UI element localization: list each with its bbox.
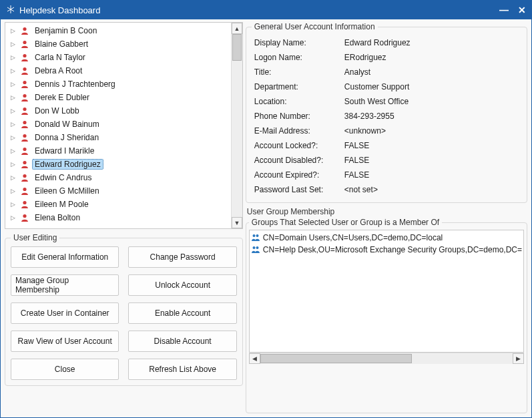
user-list-item[interactable]: ▷Don W Lobb (5, 104, 231, 118)
group-list-hscroll[interactable]: ◀ ▶ (249, 353, 524, 364)
close-button[interactable]: Close (11, 359, 119, 380)
expand-icon[interactable]: ▷ (11, 148, 17, 154)
user-list-item[interactable]: ▷Edwin C Andrus (5, 171, 231, 184)
info-row: Display Name:Edward Rodriguez (252, 35, 521, 50)
group-dn: CN=Help Desk,OU=Microsoft Exchange Secur… (263, 245, 522, 254)
user-name: Eileen M Poole (32, 199, 91, 210)
user-list-item[interactable]: ▷Dennis J Trachtenberg (5, 77, 231, 91)
user-list[interactable]: ▷Benjamin B Coon▷Blaine Gabbert▷Carla N … (5, 23, 231, 228)
group-icon (251, 244, 260, 256)
minimize-button[interactable]: — (499, 5, 509, 15)
info-value: 384-293-2955 (344, 112, 519, 121)
user-list-item[interactable]: ▷Edward Rodriguez (5, 158, 231, 171)
user-list-item[interactable]: ▷Blaine Gabbert (5, 37, 231, 51)
info-row: Password Last Set:<not set> (252, 182, 521, 197)
svg-point-12 (23, 108, 26, 111)
user-icon (20, 26, 29, 35)
svg-point-14 (23, 134, 26, 138)
user-list-item[interactable]: ▷Donald W Bainum (5, 118, 231, 131)
edit-general-information-button[interactable]: Edit General Information (11, 246, 119, 268)
expand-icon[interactable]: ▷ (11, 214, 17, 221)
scroll-up-button[interactable]: ▲ (232, 23, 242, 34)
info-label: Password Last Set: (254, 185, 344, 194)
group-list-item[interactable]: CN=Help Desk,OU=Microsoft Exchange Secur… (251, 244, 522, 256)
user-list-item[interactable]: ▷Carla N Taylor (5, 51, 231, 64)
svg-point-16 (23, 161, 26, 164)
user-list-item[interactable]: ▷Donna J Sheridan (5, 131, 231, 144)
raw-view-of-user-account-button[interactable]: Raw View of User Account (11, 331, 119, 352)
user-icon (20, 146, 29, 156)
scroll-thumb[interactable] (232, 34, 242, 61)
hscroll-thumb[interactable] (260, 354, 412, 363)
expand-icon[interactable]: ▷ (11, 81, 17, 87)
hscroll-right-button[interactable]: ▶ (513, 353, 524, 364)
user-list-scrollbar[interactable]: ▲ ▼ (231, 23, 242, 228)
svg-line-4 (7, 9, 11, 11)
scroll-track[interactable] (232, 34, 242, 217)
info-row: E-Mail Address:<unknown> (252, 124, 521, 138)
app-window: Helpdesk Dashboard — ✕ ▷Benjamin B Coon▷… (0, 0, 532, 418)
change-password-button[interactable]: Change Password (128, 246, 236, 268)
svg-point-21 (252, 234, 255, 237)
expand-icon[interactable]: ▷ (11, 201, 17, 208)
expand-icon[interactable]: ▷ (11, 108, 17, 114)
user-icon (20, 39, 29, 49)
user-name: Don W Lobb (32, 106, 82, 116)
info-row: Logon Name:ERodriguez (252, 50, 521, 65)
expand-icon[interactable]: ▷ (11, 134, 17, 141)
expand-icon[interactable]: ▷ (11, 121, 17, 128)
expand-icon[interactable]: ▷ (11, 67, 17, 74)
svg-line-1 (11, 7, 14, 9)
expand-icon[interactable]: ▷ (11, 174, 17, 181)
group-list-item[interactable]: CN=Domain Users,CN=Users,DC=demo,DC=loca… (251, 232, 522, 244)
info-row: Department:Customer Support (252, 79, 521, 94)
expand-icon[interactable]: ▷ (11, 41, 17, 47)
user-name: Blaine Gabbert (32, 39, 91, 49)
scroll-down-button[interactable]: ▼ (232, 217, 242, 228)
info-label: Account Locked?: (254, 141, 344, 150)
user-list-item[interactable]: ▷Debra A Root (5, 64, 231, 77)
user-name: Derek E Dubler (32, 92, 92, 103)
enable-account-button[interactable]: Enable Account (128, 302, 236, 324)
create-user-in-container-button[interactable]: Create User in Container (11, 302, 119, 324)
expand-icon[interactable]: ▷ (11, 54, 17, 61)
user-list-item[interactable]: ▷Derek E Dubler (5, 91, 231, 104)
user-name: Elena Bolton (32, 212, 83, 223)
user-list-item[interactable]: ▷Eileen G McMillen (5, 184, 231, 198)
user-list-item[interactable]: ▷Elena Bolton (5, 211, 231, 224)
svg-point-24 (256, 246, 258, 249)
user-list-panel: ▷Benjamin B Coon▷Blaine Gabbert▷Carla N … (5, 22, 243, 229)
group-list[interactable]: CN=Domain Users,CN=Users,DC=demo,DC=loca… (249, 230, 524, 353)
expand-icon[interactable]: ▷ (11, 161, 17, 168)
user-list-item[interactable]: ▷Benjamin B Coon (5, 24, 231, 37)
general-info-group: General User Account Information Display… (246, 22, 527, 203)
user-name: Edward Rodriguez (32, 159, 103, 170)
user-list-item[interactable]: ▷Edward I Marikle (5, 144, 231, 158)
user-editing-legend: User Editing (11, 233, 59, 242)
group-icon (251, 232, 260, 244)
info-value: Customer Support (344, 82, 519, 91)
user-list-item[interactable]: ▷Eileen M Poole (5, 198, 231, 211)
expand-icon[interactable]: ▷ (11, 27, 17, 34)
unlock-account-button[interactable]: Unlock Account (128, 274, 236, 296)
hscroll-left-button[interactable]: ◀ (249, 353, 260, 364)
refresh-list-above-button[interactable]: Refresh List Above (128, 359, 236, 380)
close-button[interactable]: ✕ (518, 5, 526, 15)
user-name: Carla N Taylor (32, 52, 88, 63)
user-icon (20, 200, 29, 209)
hscroll-track[interactable] (260, 353, 513, 364)
svg-point-19 (23, 201, 26, 204)
user-icon (20, 133, 29, 142)
window-title: Helpdesk Dashboard (19, 5, 100, 15)
titlebar: Helpdesk Dashboard — ✕ (1, 1, 531, 19)
expand-icon[interactable]: ▷ (11, 188, 17, 194)
disable-account-button[interactable]: Disable Account (128, 331, 236, 352)
svg-point-23 (252, 246, 255, 249)
expand-icon[interactable]: ▷ (11, 94, 17, 101)
svg-point-17 (23, 174, 26, 178)
svg-line-2 (11, 9, 14, 11)
svg-point-7 (23, 41, 26, 44)
manage-group-membership-button[interactable]: Manage Group Membership (11, 274, 119, 296)
group-membership-section: User Group Membership Groups That Select… (246, 206, 527, 413)
user-name: Edward I Marikle (32, 146, 97, 156)
